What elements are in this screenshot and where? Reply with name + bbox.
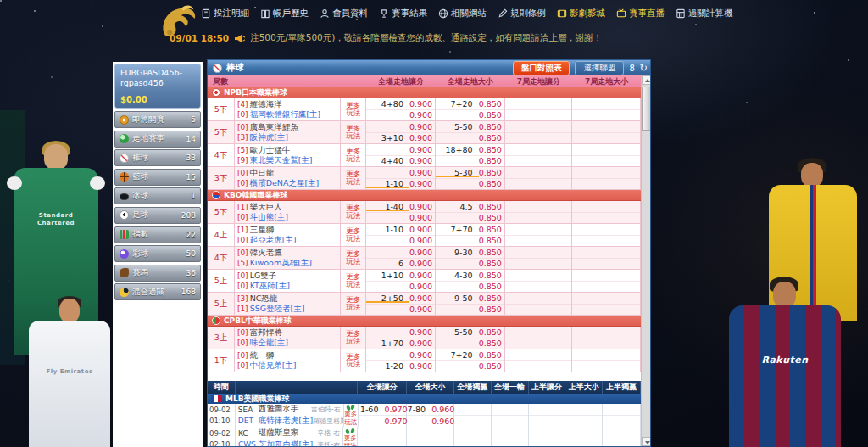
odds-cell[interactable]: 1+700.900 [366, 338, 435, 349]
away-team-link[interactable]: 廣島東洋鯉魚 [250, 122, 298, 132]
home-team-link[interactable]: SSG登陸者[主] [250, 304, 305, 314]
more-bets-link[interactable]: 更多玩法 [341, 144, 366, 166]
scroll-up-button[interactable] [642, 75, 651, 85]
odds-cell[interactable]: 0.900 [366, 349, 435, 361]
odds-cell[interactable]: 0.900 [366, 327, 435, 338]
odds-cell[interactable]: 9-300.850 [436, 247, 504, 259]
home-team-link[interactable]: 東北樂天金鷲[主] [250, 155, 313, 165]
odds-cell[interactable]: 4-300.850 [436, 270, 504, 282]
odds-cell[interactable]: 0.850 [436, 213, 504, 224]
odds-cell[interactable]: 1-200.900 [366, 361, 435, 372]
sidebar-item-starting-soon[interactable]: 即將開賽5 [114, 111, 201, 128]
home-team-link[interactable]: 阪神虎[主] [250, 132, 288, 142]
odds-cell[interactable]: 1-100.900 [366, 179, 435, 190]
odds-cell[interactable]: 0.900 [366, 282, 435, 293]
odds-cell[interactable]: 0.970 [359, 416, 407, 427]
nav-movies[interactable]: 影劇影城 [557, 8, 605, 20]
away-team-link[interactable]: 西雅圖水手 [259, 405, 299, 415]
nav-live-stream[interactable]: 賽事直播 [616, 8, 665, 20]
odds-cell[interactable]: 0.900 [366, 247, 435, 259]
home-team-link[interactable]: 中信兄弟[主] [250, 360, 297, 371]
odds-cell[interactable]: 0.900 [366, 236, 435, 247]
nav-bet-details[interactable]: 投注明細 [201, 8, 249, 20]
away-team-link[interactable]: 堪薩斯皇家 [259, 428, 299, 439]
sidebar-item-index[interactable]: 指數22 [114, 226, 201, 243]
away-team-link[interactable]: 韓火老鷹 [250, 248, 282, 258]
odds-cell[interactable]: 0.850 [436, 133, 504, 144]
scroll-down-button[interactable] [642, 437, 651, 446]
sidebar-item-ice-hockey[interactable]: 冰球1 [114, 187, 201, 204]
away-team-link[interactable]: 富邦悍將 [250, 327, 282, 338]
odds-cell[interactable]: 1+100.900 [366, 270, 435, 282]
home-team-link[interactable]: 斗山熊[主] [250, 212, 288, 222]
more-bets-link[interactable]: 更多玩法 [341, 121, 366, 143]
home-team-link[interactable]: 芝加哥白襪[主] [259, 439, 313, 447]
scrollbar-thumb[interactable] [642, 87, 651, 131]
odds-cell[interactable]: 7-800.960 [407, 404, 453, 416]
odds-cell[interactable]: 18+800.850 [436, 144, 504, 156]
sidebar-item-basketball[interactable]: 籃球15 [114, 169, 201, 186]
odds-cell[interactable]: 0.960 [407, 416, 453, 427]
more-bets-link[interactable]: 更多玩法 [341, 98, 366, 120]
odds-cell[interactable]: 0.850 [436, 110, 504, 121]
odds-cell[interactable]: 1-100.900 [366, 224, 435, 236]
odds-cell[interactable]: 0.850 [436, 259, 504, 270]
more-bets-link[interactable]: 更多玩法 [341, 201, 366, 223]
odds-cell[interactable]: 0.900 [366, 305, 435, 316]
home-team-link[interactable]: KT巫師[主] [250, 281, 290, 291]
home-team-link[interactable]: 橫濱DeNA之星[主] [250, 178, 320, 188]
away-team-link[interactable]: 樂天巨人 [250, 202, 282, 212]
more-bets-link[interactable]: 更多玩法 [341, 349, 366, 372]
select-league-button[interactable]: 選擇聯盟 [575, 61, 624, 75]
odds-cell[interactable]: 4+800.900 [366, 98, 435, 110]
odds-cell[interactable]: 0.850 [436, 338, 504, 349]
home-team-link[interactable]: Kiwoom英雄[主] [250, 258, 312, 268]
sidebar-item-soccer[interactable]: 足球208 [114, 207, 201, 224]
odds-cell[interactable]: 1-600.970 [359, 404, 407, 416]
more-bets-link[interactable]: 更多玩法 [341, 270, 366, 292]
more-bets-link[interactable]: 更多玩法 [343, 427, 358, 447]
home-team-link[interactable]: 起亞老虎[主] [250, 235, 297, 245]
odds-cell[interactable]: 4+400.900 [366, 156, 435, 167]
home-team-link[interactable]: 底特律老虎[主] [259, 416, 313, 426]
odds-cell[interactable]: 0.850 [436, 361, 504, 372]
away-team-link[interactable]: NC恐龍 [250, 293, 278, 304]
odds-cell[interactable]: 0.850 [436, 179, 504, 190]
away-team-link[interactable]: LG雙子 [250, 271, 277, 281]
more-bets-link[interactable]: 更多玩法 [341, 327, 366, 349]
more-bets-link[interactable]: 更多玩法 [341, 167, 366, 189]
home-team-link[interactable]: 味全龍[主] [250, 338, 288, 348]
nav-match-results[interactable]: 賽事結果 [379, 8, 427, 20]
odds-cell[interactable]: 0.900 [366, 144, 435, 156]
sidebar-item-baseball[interactable]: 棒球33 [114, 149, 201, 166]
sidebar-item-mix-parlay[interactable]: 混合過關168 [114, 283, 201, 300]
odds-cell[interactable]: 0.850 [436, 156, 504, 167]
away-team-link[interactable]: 三星獅 [250, 225, 275, 235]
away-team-link[interactable]: 中日龍 [250, 168, 275, 178]
odds-cell[interactable]: 7+200.850 [436, 98, 504, 110]
odds-cell[interactable]: 5-500.850 [436, 327, 504, 338]
nav-related-sites[interactable]: 相關網站 [438, 8, 487, 20]
odds-cell[interactable]: 9-500.850 [436, 293, 504, 305]
odds-cell[interactable]: 0.850 [436, 282, 504, 293]
odds-cell[interactable]: 60.900 [366, 259, 435, 270]
more-bets-link[interactable]: 更多玩法 [341, 293, 366, 315]
odds-cell[interactable]: 1-400.900 [366, 201, 435, 213]
odds-cell[interactable]: 0.900 [366, 213, 435, 224]
nav-account-history[interactable]: 帳戶歷史 [260, 8, 309, 20]
odds-cell[interactable]: 0.900 [366, 110, 435, 121]
odds-cell[interactable]: 0.900 [366, 121, 435, 133]
sidebar-item-in-play[interactable]: 走地賽事14 [114, 131, 201, 148]
nav-parlay-calculator[interactable]: 過關計算機 [676, 8, 733, 20]
nav-rules[interactable]: 規則條例 [498, 8, 546, 20]
more-bets-link[interactable]: 更多玩法 [341, 247, 366, 269]
nav-member-info[interactable]: 會員資料 [320, 8, 368, 20]
home-team-link[interactable]: 福岡軟體銀行鷹[主] [250, 109, 320, 120]
odds-cell[interactable]: 0.850 [436, 305, 504, 316]
sidebar-item-lottery[interactable]: 彩球50 [114, 245, 201, 262]
odds-cell[interactable]: 2+500.900 [366, 293, 435, 305]
odds-cell[interactable]: 5-300.850 [436, 167, 504, 179]
away-team-link[interactable]: 統一獅 [250, 350, 275, 360]
away-team-link[interactable]: 羅德海洋 [250, 99, 282, 109]
sidebar-item-horse-racing[interactable]: 賽馬36 [114, 265, 201, 282]
